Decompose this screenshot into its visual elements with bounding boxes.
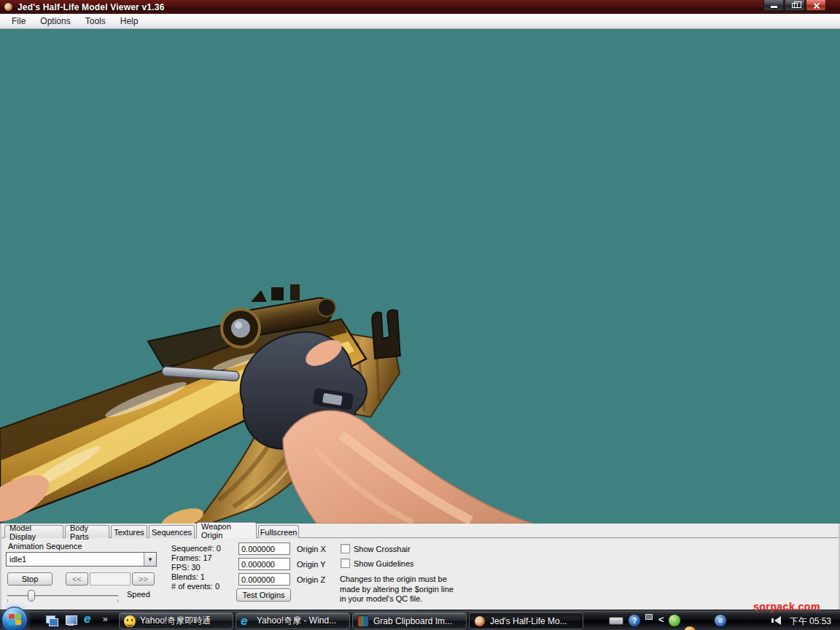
show-guidelines-label: Show Guidelines: [354, 559, 414, 568]
close-icon: [813, 2, 820, 9]
slider-tick: [7, 599, 8, 602]
taskbar: e » Yahoo!奇摩即時通 e Yahoo!奇摩 - Wind... Gra…: [0, 610, 840, 630]
slider-track: [7, 595, 118, 596]
hlmv-icon: [474, 615, 486, 627]
origin-x-label: Origin X: [297, 545, 326, 553]
animation-sequence-label: Animation Sequence: [8, 542, 82, 551]
test-origins-button[interactable]: Test Origins: [236, 588, 291, 602]
stop-label: Stop: [22, 575, 39, 583]
fox-tray-icon[interactable]: [684, 626, 696, 630]
switch-windows-icon[interactable]: [45, 615, 58, 626]
next-label: >>: [139, 575, 148, 583]
tab-weapon-origin[interactable]: Weapon Origin: [196, 522, 257, 538]
checkbox-icon: [341, 544, 350, 553]
slider-thumb[interactable]: [28, 590, 35, 602]
show-crosshair-checkbox[interactable]: Show Crosshair: [341, 544, 411, 553]
prev-label: <<: [72, 575, 82, 583]
yahoo-messenger-icon: [124, 615, 136, 627]
keyboard-tray-icon[interactable]: [609, 617, 623, 625]
speed-label: Speed: [127, 590, 150, 599]
tab-model-display[interactable]: Model Display: [4, 525, 63, 538]
stop-button[interactable]: Stop: [7, 572, 52, 586]
window-controls: [763, 0, 826, 11]
model-viewport[interactable]: [0, 29, 840, 524]
tab-label: Body Parts: [70, 524, 104, 541]
tab-textures[interactable]: Textures: [111, 525, 147, 538]
note-line: in your model's QC file.: [340, 594, 454, 604]
titlebar: Jed's Half-Life Model Viewer v1.36: [0, 0, 840, 14]
frame-number-field[interactable]: [90, 572, 131, 586]
internet-explorer-icon: e: [241, 615, 252, 627]
frames-count: Frames: 17: [171, 553, 221, 563]
events-count: # of events: 0: [171, 582, 221, 591]
taskbar-button-grab-clipboard[interactable]: Grab Clipboard Im...: [352, 612, 467, 629]
tab-label: Fullscreen: [260, 528, 298, 537]
origin-y-input[interactable]: [238, 558, 290, 570]
selected-sequence: idle1: [7, 555, 144, 564]
windows-logo-icon: [9, 614, 21, 626]
tab-label: Weapon Origin: [201, 522, 252, 540]
taskbar-button-yahoo-browser[interactable]: e Yahoo!奇摩 - Wind...: [236, 612, 350, 629]
tab-label: Model Display: [9, 524, 58, 541]
tab-sequences[interactable]: Sequences: [149, 525, 195, 538]
taskbar-button-yahoo-messenger[interactable]: Yahoo!奇摩即時通: [119, 612, 233, 629]
close-button[interactable]: [806, 0, 826, 11]
quick-launch-overflow-chevron[interactable]: »: [103, 614, 108, 624]
menu-help[interactable]: Help: [113, 15, 146, 28]
sequence-number: Sequence#: 0: [171, 544, 221, 553]
award-tray-icon[interactable]: [669, 615, 680, 626]
start-button[interactable]: [1, 607, 28, 630]
tab-body-parts[interactable]: Body Parts: [65, 525, 109, 538]
blends-count: Blends: 1: [171, 572, 221, 582]
internet-explorer-icon[interactable]: e: [84, 613, 97, 625]
screen: Jed's Half-Life Model Viewer v1.36 File …: [0, 0, 840, 630]
note-line: made by altering the $origin line: [340, 585, 454, 595]
help-tray-icon[interactable]: ?: [629, 615, 640, 626]
taskbar-button-label: Yahoo!奇摩 - Wind...: [257, 615, 336, 627]
next-frame-button[interactable]: >>: [132, 572, 155, 586]
fps-value: FPS: 30: [171, 563, 221, 572]
origin-z-label: Origin Z: [297, 575, 325, 584]
watermark: sorpack.com: [753, 601, 820, 612]
window-tray-icon[interactable]: [645, 614, 653, 620]
prev-frame-button[interactable]: <<: [66, 572, 88, 586]
tab-strip: Model Display Body Parts Textures Sequen…: [1, 524, 839, 538]
taskbar-button-label: Jed's Half-Life Mo...: [490, 616, 567, 626]
test-origins-label: Test Origins: [242, 591, 284, 599]
menu-file[interactable]: File: [4, 15, 33, 28]
origin-z-input[interactable]: [238, 573, 290, 586]
origin-y-label: Origin Y: [297, 560, 326, 569]
restore-icon: [792, 3, 798, 8]
minimize-icon: [771, 6, 777, 8]
chevron-down-icon: ▼: [144, 553, 156, 566]
tab-fullscreen[interactable]: Fullscreen: [258, 525, 299, 538]
sequence-info: Sequence#: 0 Frames: 17 FPS: 30 Blends: …: [171, 544, 221, 591]
menu-options[interactable]: Options: [33, 15, 77, 28]
tab-label: Sequences: [152, 528, 192, 537]
ie-glyph: e: [84, 612, 90, 626]
note-line: Changes to the origin must be: [340, 575, 454, 585]
show-guidelines-checkbox[interactable]: Show Guidelines: [341, 559, 414, 568]
slider-tick: [117, 599, 118, 602]
origin-note: Changes to the origin must be made by al…: [340, 575, 454, 604]
checkbox-icon: [341, 559, 350, 568]
app-icon: [4, 2, 13, 12]
speed-slider[interactable]: [7, 589, 118, 602]
globe-tray-icon[interactable]: a: [715, 615, 726, 626]
weapon-model: [0, 29, 840, 524]
show-desktop-icon[interactable]: [65, 615, 78, 626]
show-crosshair-label: Show Crosshair: [354, 545, 411, 553]
volume-tray-icon[interactable]: [774, 616, 781, 625]
taskbar-button-label: Grab Clipboard Im...: [373, 616, 452, 626]
minimize-button[interactable]: [763, 0, 784, 11]
menu-tools[interactable]: Tools: [78, 15, 113, 28]
taskbar-clock[interactable]: 下午 05:53: [790, 615, 831, 628]
taskbar-button-label: Yahoo!奇摩即時通: [140, 615, 211, 627]
animation-sequence-select[interactable]: idle1 ▼: [6, 552, 157, 567]
grab-clipboard-icon: [357, 615, 369, 627]
taskbar-button-hlmv[interactable]: Jed's Half-Life Mo...: [469, 612, 583, 629]
tab-label: Textures: [114, 528, 144, 537]
restore-button[interactable]: [785, 0, 805, 11]
origin-x-input[interactable]: [238, 542, 290, 555]
window-title: Jed's Half-Life Model Viewer v1.36: [18, 2, 165, 12]
